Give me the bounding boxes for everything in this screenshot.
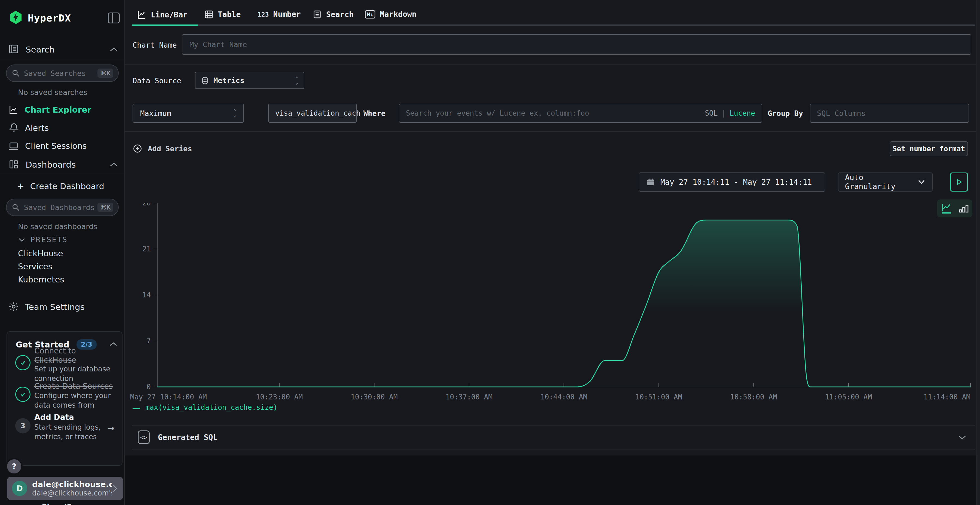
divider bbox=[125, 131, 980, 132]
divider bbox=[132, 449, 975, 450]
step-title[interactable]: Add Data bbox=[34, 413, 74, 422]
chevron-up-icon[interactable] bbox=[109, 46, 119, 53]
chart-name-input[interactable] bbox=[189, 40, 964, 49]
gear-icon bbox=[8, 301, 19, 313]
sidebar-section-dashboards[interactable]: Dashboards bbox=[25, 160, 76, 170]
chart-legend[interactable]: max(visa_validation_cache.size) bbox=[132, 403, 277, 411]
granularity-select[interactable]: Auto Granularity bbox=[838, 173, 932, 192]
lucene-mode-toggle[interactable]: Lucene bbox=[730, 109, 755, 117]
scrollbar[interactable] bbox=[976, 0, 980, 505]
svg-text:10:23:00 AM: 10:23:00 AM bbox=[256, 393, 303, 401]
svg-text:7: 7 bbox=[146, 337, 151, 345]
no-saved-dashboards-text: No saved dashboards bbox=[18, 222, 97, 231]
aggregation-select[interactable]: Maximum ⌃⌄ bbox=[132, 104, 244, 123]
select-chevrons-icon: ⌃⌄ bbox=[295, 77, 298, 84]
user-org: dale@clickhouse.com's bbox=[32, 489, 112, 497]
sidebar-item-client-sessions[interactable]: Client Sessions bbox=[25, 141, 87, 151]
step-number-badge: 3 bbox=[15, 418, 30, 434]
page-background bbox=[125, 456, 980, 505]
sidebar-item-team-settings[interactable]: Team Settings bbox=[25, 302, 85, 312]
step-check-icon bbox=[15, 387, 30, 402]
chevron-up-icon[interactable] bbox=[109, 161, 119, 168]
no-saved-searches-text: No saved searches bbox=[18, 88, 88, 97]
group-by-label: Group By bbox=[768, 109, 803, 118]
run-query-button[interactable] bbox=[950, 173, 968, 192]
chart-name-label: Chart Name bbox=[132, 41, 177, 49]
divider bbox=[132, 425, 975, 426]
svg-text:0: 0 bbox=[146, 383, 151, 391]
presets-toggle[interactable]: PRESETS bbox=[18, 236, 68, 244]
search-icon bbox=[11, 203, 20, 212]
svg-text:11:05:00 AM: 11:05:00 AM bbox=[825, 393, 872, 401]
group-by-input[interactable] bbox=[817, 109, 962, 118]
sidebar-item-chart-explorer[interactable]: Chart Explorer bbox=[24, 105, 91, 114]
create-dashboard-button[interactable]: + Create Dashboard bbox=[17, 181, 104, 191]
database-icon bbox=[201, 76, 209, 85]
group-by-field[interactable] bbox=[810, 104, 969, 123]
date-range-picker[interactable]: May 27 10:14:11 - May 27 11:14:11 bbox=[639, 173, 826, 192]
chart-explorer-icon bbox=[8, 105, 19, 116]
user-menu[interactable]: D dale@clickhouse.com dale@clickhouse.co… bbox=[7, 477, 123, 500]
step-title[interactable]: Create Data Sources bbox=[34, 382, 113, 391]
tab-table[interactable]: Table bbox=[204, 10, 241, 19]
svg-text:21: 21 bbox=[142, 245, 151, 253]
saved-dashboards-input[interactable]: Saved Dashboards ⌘K bbox=[6, 199, 119, 216]
circle-plus-icon bbox=[132, 144, 142, 154]
step-check-icon bbox=[15, 355, 30, 370]
main-content: Line/Bar Table 123 Number Search M↓ Mark… bbox=[125, 0, 980, 505]
divider bbox=[0, 173, 125, 174]
help-button[interactable]: ? bbox=[6, 458, 22, 475]
chevron-down-icon[interactable] bbox=[958, 434, 967, 441]
metric-tag[interactable]: visa_validation_cach × bbox=[268, 104, 357, 123]
where-field[interactable]: Search your events w/ Lucene ex. column:… bbox=[399, 104, 762, 123]
table-icon bbox=[204, 10, 213, 19]
data-source-select[interactable]: Metrics ⌃⌄ bbox=[195, 72, 304, 89]
preset-item-kubernetes[interactable]: Kubernetes bbox=[18, 275, 64, 284]
granularity-value: Auto Granularity bbox=[845, 173, 917, 191]
avatar: D bbox=[12, 481, 27, 496]
plus-icon: + bbox=[17, 181, 24, 191]
data-source-value: Metrics bbox=[213, 76, 245, 85]
shortcut-badge: ⌘K bbox=[97, 203, 113, 212]
sidebar-section-search[interactable]: Search bbox=[25, 44, 55, 54]
set-number-format-button[interactable]: Set number format bbox=[889, 141, 968, 156]
search-icon bbox=[11, 69, 20, 78]
preset-item-clickhouse[interactable]: ClickHouse bbox=[18, 249, 63, 258]
tab-search[interactable]: Search bbox=[312, 10, 354, 19]
chart-name-field[interactable] bbox=[182, 34, 971, 55]
saved-searches-input[interactable]: Saved Searches ⌘K bbox=[6, 65, 119, 82]
chart-canvas[interactable]: 07142128May 27 10:14:00 AM10:23:00 AM10:… bbox=[125, 203, 975, 410]
app-title: HyperDX bbox=[28, 13, 71, 24]
divider bbox=[0, 60, 125, 60]
alerts-bell-icon bbox=[9, 122, 19, 134]
active-tab-indicator bbox=[132, 24, 198, 26]
preset-item-services[interactable]: Services bbox=[18, 262, 52, 271]
add-series-button[interactable]: Add Series bbox=[132, 144, 192, 154]
legend-swatch bbox=[132, 408, 140, 409]
step-desc: Configure where yourdata comes from bbox=[34, 391, 111, 410]
user-email: dale@clickhouse.com bbox=[32, 480, 112, 489]
date-range-value: May 27 10:14:11 - May 27 11:14:11 bbox=[660, 178, 812, 187]
tab-number[interactable]: 123 Number bbox=[258, 10, 301, 19]
step-title[interactable]: Connect toClickHouse bbox=[34, 346, 116, 365]
shortcut-badge: ⌘K bbox=[97, 68, 113, 78]
play-icon bbox=[955, 178, 963, 186]
sidebar-collapse-button[interactable] bbox=[108, 13, 120, 24]
svg-text:May 27 10:14:00 AM: May 27 10:14:00 AM bbox=[130, 393, 207, 401]
search-section-icon bbox=[8, 43, 19, 56]
generated-sql-toggle[interactable]: <> Generated SQL bbox=[138, 430, 218, 444]
mode-separator: | bbox=[721, 109, 726, 117]
sidebar: HyperDX Search Saved Searches ⌘K No save… bbox=[0, 0, 125, 505]
sql-mode-toggle[interactable]: SQL bbox=[705, 109, 718, 117]
svg-text:10:58:00 AM: 10:58:00 AM bbox=[730, 393, 777, 401]
sidebar-item-alerts[interactable]: Alerts bbox=[25, 123, 49, 133]
tab-line-bar[interactable]: Line/Bar bbox=[137, 10, 188, 20]
calendar-icon bbox=[646, 178, 655, 187]
client-sessions-icon bbox=[8, 141, 19, 152]
chevron-down-icon bbox=[18, 237, 25, 243]
step-desc: Start sending logs,metrics, or traces bbox=[34, 422, 101, 441]
select-chevrons-icon: ⌃⌄ bbox=[233, 110, 236, 117]
tab-markdown[interactable]: M↓ Markdown bbox=[365, 10, 417, 19]
where-placeholder: Search your events w/ Lucene ex. column:… bbox=[406, 109, 700, 117]
arrow-right-icon[interactable]: → bbox=[107, 423, 115, 434]
